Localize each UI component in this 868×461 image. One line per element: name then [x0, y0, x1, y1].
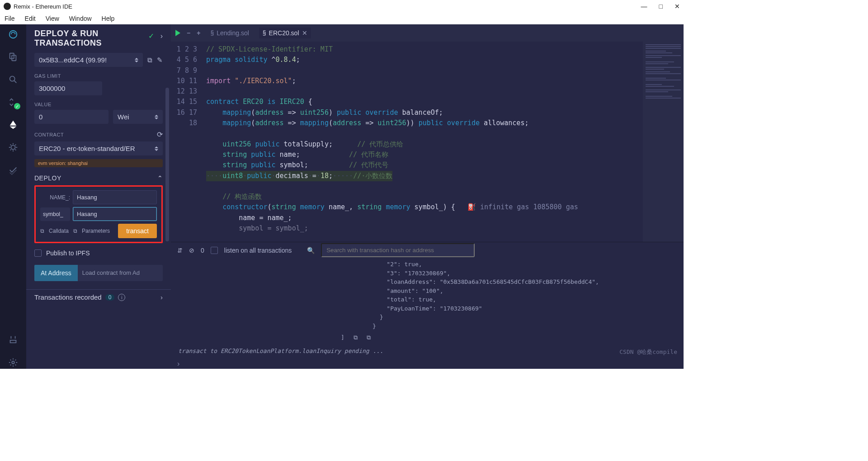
svg-point-4: [11, 145, 15, 149]
gas-limit-label: GAS LIMIT: [34, 73, 163, 79]
value-unit-select[interactable]: Wei: [113, 110, 163, 124]
publish-ipfs-label: Publish to IPFS: [46, 249, 90, 257]
divider: [26, 289, 171, 290]
tab-bar: − + § Lending.sol § ERC20.sol ✕: [171, 24, 684, 42]
chevron-right-icon[interactable]: ›: [160, 293, 163, 301]
menubar: File Edit View Window Help: [0, 13, 684, 24]
check-badge-icon: ✓: [14, 103, 20, 109]
value-amount-input[interactable]: [34, 110, 108, 124]
edit-icon[interactable]: ✎: [157, 56, 163, 64]
parameters-link[interactable]: Parameters: [82, 228, 110, 234]
refresh-icon[interactable]: ⟳: [157, 130, 163, 139]
check-icon: ✓: [148, 32, 154, 40]
menu-file[interactable]: File: [5, 15, 15, 22]
chevron-right-icon[interactable]: ›: [160, 32, 163, 40]
copy-icon[interactable]: ⧉: [147, 56, 152, 64]
at-address-input[interactable]: Load contract from Ad: [78, 265, 163, 281]
code-editor[interactable]: // SPDX-License-Identifier: MIT pragma s…: [203, 42, 643, 242]
terminal-search-input[interactable]: [321, 243, 475, 257]
minimize-button[interactable]: —: [641, 3, 647, 10]
account-label: 0x5B3...eddC4 (99.99!: [39, 56, 107, 64]
publish-ipfs-checkbox[interactable]: [34, 249, 42, 257]
chevron-right-icon[interactable]: ›: [177, 360, 179, 368]
close-icon[interactable]: ✕: [302, 29, 307, 37]
at-address-button[interactable]: At Address: [34, 265, 78, 281]
listen-label: listen on all transactions: [224, 247, 292, 254]
tab-erc20[interactable]: § ERC20.sol ✕: [259, 28, 311, 38]
contract-select[interactable]: ERC20 - erc-token-standard/ER: [34, 141, 163, 155]
zoom-in-icon[interactable]: +: [197, 29, 200, 37]
deploy-icon[interactable]: [7, 118, 19, 131]
value-unit-label: Wei: [118, 113, 129, 121]
terminal-output[interactable]: "2": true, "3": "1703230869", "loanAddre…: [171, 258, 684, 359]
contract-selected: ERC20 - erc-token-standard/ER: [39, 145, 135, 152]
close-button[interactable]: ✕: [675, 3, 680, 10]
updown-icon: [135, 58, 138, 62]
menu-view[interactable]: View: [46, 15, 59, 22]
transact-button[interactable]: transact: [118, 224, 157, 238]
updown-icon: [155, 115, 158, 119]
terminal-footer: ›: [171, 359, 684, 369]
calldata-link[interactable]: Calldata: [49, 228, 69, 234]
collapse-json-icon[interactable]: ]: [341, 333, 344, 342]
param-symbol-label: symbol_: [40, 207, 70, 221]
updown-icon: [155, 146, 158, 151]
solidity-icon: §: [210, 29, 214, 37]
window-title: Remix - Ethereum IDE: [14, 3, 72, 10]
tx-recorded-count: 0: [105, 294, 115, 301]
deploy-panel: DEPLOY & RUNTRANSACTIONS ✓ › 0x5B3...edd…: [26, 24, 171, 369]
maximize-button[interactable]: □: [659, 3, 663, 10]
copy-icon[interactable]: ⧉: [73, 228, 77, 234]
zoom-out-icon[interactable]: −: [187, 29, 190, 37]
tab-label: ERC20.sol: [269, 29, 299, 37]
pending-count: 0: [201, 247, 204, 254]
svg-point-3: [10, 76, 15, 81]
terminal-bar: ⇵ ⊘ 0 listen on all transactions 🔍: [171, 242, 684, 258]
svg-point-5: [12, 361, 14, 364]
settings-icon[interactable]: [7, 356, 19, 369]
search-icon[interactable]: 🔍: [307, 247, 315, 254]
icon-rail: ✓: [0, 24, 26, 369]
listen-checkbox[interactable]: [211, 247, 218, 254]
panel-title: DEPLOY & RUNTRANSACTIONS: [34, 29, 102, 47]
test-icon[interactable]: [7, 164, 19, 176]
minimap[interactable]: [643, 42, 684, 242]
titlebar: Remix - Ethereum IDE — □ ✕: [0, 0, 684, 13]
contract-label: CONTRACT: [34, 132, 64, 137]
window-controls: — □ ✕: [641, 3, 680, 10]
terminal-message: transact to ERC20TokenLoanPlatform.loanI…: [178, 347, 676, 356]
home-icon[interactable]: [7, 28, 19, 41]
clear-icon[interactable]: ⊘: [189, 247, 194, 254]
info-icon[interactable]: i: [118, 294, 125, 301]
copy-icon[interactable]: ⧉: [354, 333, 358, 342]
chevron-up-icon[interactable]: ⌃: [157, 174, 163, 182]
gas-limit-input[interactable]: [34, 81, 102, 95]
tx-recorded-label: Transactions recorded: [34, 293, 102, 301]
param-name-label: NAME_:: [40, 194, 70, 201]
search-icon[interactable]: [7, 73, 19, 86]
copy-icon[interactable]: ⧉: [367, 333, 371, 342]
deploy-params-box: NAME_: symbol_ ⧉ Calldata ⧉ Parameters t…: [34, 185, 163, 243]
account-select[interactable]: 0x5B3...eddC4 (99.99!: [34, 53, 143, 67]
tab-label: Lending.sol: [217, 29, 249, 37]
evm-version-badge: evm version: shanghai: [34, 159, 163, 167]
line-gutter: 1 2 3 4 5 6 7 8 9 10 11 12 13 14 15 16 1…: [171, 42, 203, 242]
param-symbol-input[interactable]: [73, 207, 157, 221]
scrollbar-thumb[interactable]: [165, 88, 169, 241]
collapse-icon[interactable]: ⇵: [177, 247, 183, 254]
files-icon[interactable]: [7, 51, 19, 63]
menu-help[interactable]: Help: [102, 15, 115, 22]
param-name-input[interactable]: [73, 190, 157, 204]
run-icon[interactable]: [175, 30, 180, 36]
menu-edit[interactable]: Edit: [25, 15, 36, 22]
watermark: CSDN @哈桑compile: [619, 348, 677, 357]
plugin-icon[interactable]: [7, 334, 19, 346]
svg-point-0: [9, 31, 17, 38]
compiler-icon[interactable]: ✓: [7, 96, 19, 108]
menu-window[interactable]: Window: [69, 15, 92, 22]
copy-icon[interactable]: ⧉: [40, 228, 44, 234]
debugger-icon[interactable]: [7, 141, 19, 154]
app-logo: [4, 3, 11, 10]
tab-lending[interactable]: § Lending.sol: [207, 28, 252, 38]
solidity-icon: §: [263, 29, 266, 37]
